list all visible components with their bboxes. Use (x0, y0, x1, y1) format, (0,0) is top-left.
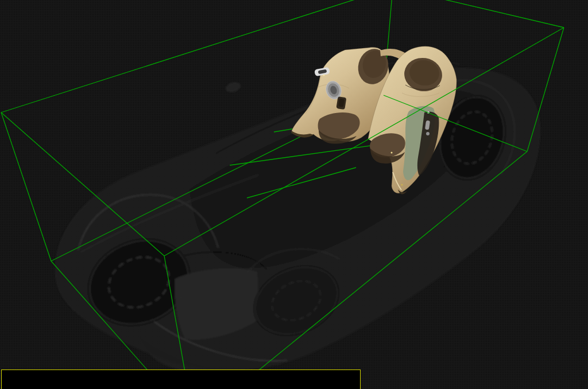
box-edge-t_right-b_right (527, 28, 564, 151)
box-edge-t_far-t_right (393, 0, 564, 28)
trim-screw (323, 75, 325, 76)
car-body-ghost (55, 61, 541, 375)
viewer-3d-viewport[interactable]: Camera: pos -2.91 3.46 -0.27, dir 0.58 -… (0, 0, 588, 389)
mirror-ghost (225, 81, 241, 94)
side-speaker-dot (426, 132, 430, 135)
seat-screw-1 (391, 152, 393, 154)
seat-screw-2 (401, 184, 403, 186)
scene-canvas[interactable] (0, 0, 588, 389)
status-overlay: Camera: pos -2.91 3.46 -0.27, dir 0.58 -… (1, 369, 361, 389)
